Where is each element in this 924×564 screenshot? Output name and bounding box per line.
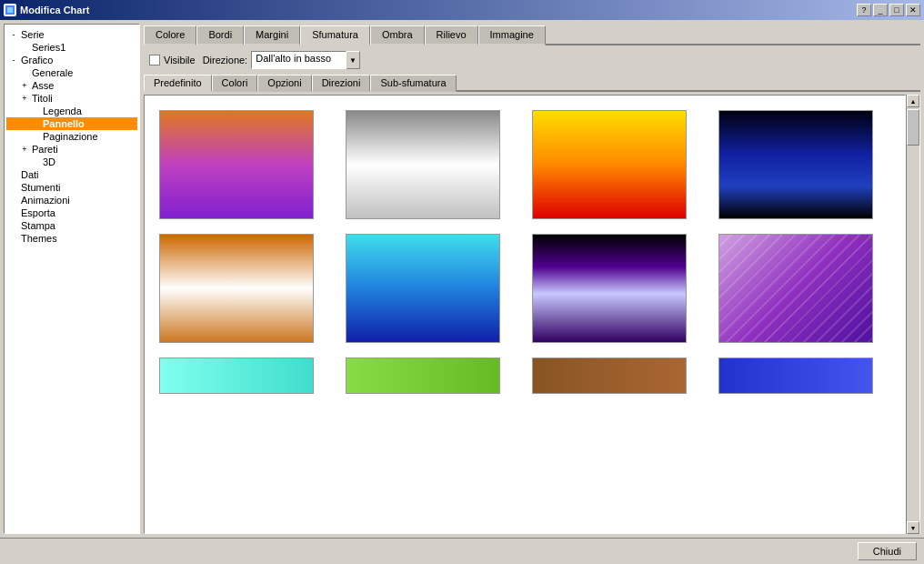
gradient-grid: [145, 96, 905, 408]
gradient-swatch-11[interactable]: [532, 358, 687, 394]
gradient-swatch-3[interactable]: [532, 110, 687, 219]
bottom-bar: Chiudi: [0, 538, 924, 564]
gradient-swatch-6[interactable]: [346, 234, 500, 343]
tree-label-titoli: Titoli: [32, 93, 53, 104]
svg-rect-1: [7, 7, 13, 13]
right-panel: Colore Bordi Margini Sfumatura Ombra Ril…: [144, 24, 920, 534]
direzione-group: Direzione: Dall'alto in basso ▼: [203, 51, 360, 69]
tree-label-generale: Generale: [32, 67, 73, 78]
expand-icon-pareti: +: [19, 145, 30, 154]
visibile-label: Visibile: [164, 55, 196, 65]
gradient-swatch-5[interactable]: [159, 234, 314, 343]
tree-item-grafico[interactable]: - Grafico: [6, 54, 137, 66]
tree-item-paginazione[interactable]: Paginazione: [6, 130, 137, 143]
options-bar: Visibile Direzione: Dall'alto in basso ▼: [144, 48, 920, 72]
direzione-dropdown[interactable]: Dall'alto in basso: [251, 51, 346, 69]
tree-item-asse[interactable]: + Asse: [6, 79, 137, 92]
tree-item-esporta[interactable]: Esporta: [6, 206, 137, 219]
sub-tab-sub-sfumatura[interactable]: Sub-sfumatura: [370, 75, 456, 92]
tree-item-pareti[interactable]: + Pareti: [6, 143, 137, 156]
title-bar: Modifica Chart ? _ □ ✕: [0, 0, 924, 20]
tab-margini[interactable]: Margini: [244, 25, 300, 45]
tree-label-grafico: Grafico: [21, 55, 53, 65]
tree-item-dati[interactable]: Dati: [6, 168, 137, 181]
gradient-swatch-8[interactable]: [718, 234, 873, 343]
close-button[interactable]: ✕: [906, 4, 920, 16]
tree-label-themes: Themes: [21, 233, 57, 244]
tree-item-animazioni[interactable]: Animazioni: [6, 194, 137, 206]
expand-icon-grafico: -: [8, 55, 19, 65]
help-button[interactable]: ?: [857, 4, 871, 16]
scroll-down-button[interactable]: ▼: [907, 521, 919, 534]
tree-label-dati: Dati: [21, 169, 39, 180]
tree-label-pannello: Pannello: [43, 118, 85, 129]
sub-tab-predefinito[interactable]: Predefinito: [144, 75, 212, 92]
tree-item-titoli[interactable]: + Titoli: [6, 92, 137, 105]
window-title: Modifica Chart: [20, 5, 89, 15]
tree-label-animazioni: Animazioni: [21, 195, 70, 206]
minimize-button[interactable]: _: [873, 4, 888, 16]
tree-item-legenda[interactable]: Legenda: [6, 105, 137, 117]
tree-label-3d: 3D: [43, 156, 55, 167]
tree-label-paginazione: Paginazione: [43, 131, 98, 142]
maximize-button[interactable]: □: [889, 4, 904, 16]
sub-tab-opzioni[interactable]: Opzioni: [257, 75, 311, 92]
tree-item-stampa[interactable]: Stampa: [6, 219, 137, 232]
tree-label-stumenti: Stumenti: [21, 182, 60, 193]
gradient-swatch-12[interactable]: [718, 358, 873, 394]
gradient-swatch-9[interactable]: [159, 358, 314, 394]
app-icon: [4, 4, 16, 16]
expand-icon-titoli: +: [19, 94, 30, 103]
close-dialog-button[interactable]: Chiudi: [858, 542, 917, 560]
main-tab-bar: Colore Bordi Margini Sfumatura Ombra Ril…: [144, 24, 920, 45]
gradient-panel: [144, 95, 906, 534]
tab-immagine[interactable]: Immagine: [478, 25, 546, 45]
content-area: - Serie Series1 - Grafico Generale + Ass…: [0, 20, 924, 538]
tab-rilievo[interactable]: Rilievo: [425, 25, 478, 45]
tree-label-legenda: Legenda: [43, 106, 82, 116]
visibile-checkbox-label[interactable]: Visibile: [149, 55, 196, 65]
tab-bordi[interactable]: Bordi: [196, 25, 244, 45]
tree-panel: - Serie Series1 - Grafico Generale + Ass…: [4, 24, 140, 534]
tree-label-series1: Series1: [32, 42, 65, 53]
gradient-swatch-4[interactable]: [718, 110, 873, 219]
sub-tab-colori[interactable]: Colori: [212, 75, 258, 92]
tree-label-asse: Asse: [32, 80, 54, 91]
tree-item-serie[interactable]: - Serie: [6, 28, 137, 41]
sub-tab-bar: Predefinito Colori Opzioni Direzioni Sub…: [144, 75, 920, 92]
scroll-thumb[interactable]: [907, 109, 919, 146]
tree-label-stampa: Stampa: [21, 220, 55, 231]
tree-item-generale[interactable]: Generale: [6, 66, 137, 79]
tree-item-3d[interactable]: 3D: [6, 156, 137, 168]
tab-ombra[interactable]: Ombra: [370, 25, 425, 45]
expand-icon-asse: +: [19, 81, 30, 90]
scroll-up-button[interactable]: ▲: [907, 95, 919, 107]
gradient-swatch-7[interactable]: [532, 234, 687, 343]
gradient-area: ▲ ▼: [144, 95, 920, 534]
expand-icon-serie: -: [8, 30, 19, 39]
tree-item-themes[interactable]: Themes: [6, 232, 137, 245]
gradient-swatch-2[interactable]: [346, 110, 500, 219]
tab-colore[interactable]: Colore: [144, 25, 196, 45]
tree-item-series1[interactable]: Series1: [6, 41, 137, 54]
sub-tab-direzioni[interactable]: Direzioni: [312, 75, 371, 92]
main-window: - Serie Series1 - Grafico Generale + Ass…: [0, 20, 924, 564]
tab-sfumatura[interactable]: Sfumatura: [300, 25, 370, 45]
tree-label-pareti: Pareti: [32, 144, 58, 155]
visibile-checkbox[interactable]: [149, 55, 160, 65]
tree-label-esporta: Esporta: [21, 207, 55, 218]
window-controls: ? _ □ ✕: [857, 4, 920, 16]
direzione-label: Direzione:: [203, 55, 248, 65]
tree-item-stumenti[interactable]: Stumenti: [6, 181, 137, 194]
tree-item-pannello[interactable]: Pannello: [6, 117, 137, 130]
scroll-track: [907, 107, 919, 521]
tree-label-serie: Serie: [21, 29, 45, 40]
direzione-arrow[interactable]: ▼: [346, 51, 360, 69]
gradient-swatch-1[interactable]: [159, 110, 314, 219]
scrollbar: ▲ ▼: [906, 95, 920, 534]
gradient-swatch-10[interactable]: [346, 358, 500, 394]
